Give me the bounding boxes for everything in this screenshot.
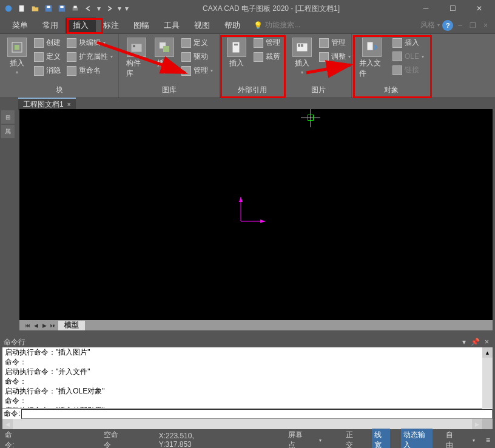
open-icon[interactable]: [29, 2, 41, 15]
close-button[interactable]: ✕: [466, 0, 493, 17]
panel-library: 构件库 插入 ▾ 定义 驱动 管理▾ 图库: [119, 34, 220, 98]
status-menu-icon[interactable]: ≡: [486, 436, 490, 444]
component-lib-button[interactable]: 构件库: [123, 36, 150, 80]
work-area: ⊞ 属: [0, 109, 495, 320]
obj-ole-button[interactable]: OLE▾: [390, 50, 426, 62]
menu-annotate[interactable]: 标注: [96, 18, 126, 33]
block-attr-button[interactable]: 扩充属性▾: [64, 50, 115, 63]
xref-clip-button[interactable]: 裁剪: [251, 50, 283, 63]
command-window-header: 命令行 ▾ 📌 ×: [0, 336, 495, 347]
tab-prev-icon[interactable]: ◀: [32, 321, 40, 330]
lib-manage-button[interactable]: 管理▾: [179, 64, 215, 77]
print-icon[interactable]: [69, 2, 81, 15]
model-tab[interactable]: 模型: [58, 321, 85, 330]
document-tab[interactable]: 工程图文档1 ×: [18, 98, 76, 110]
minimize-button[interactable]: ─: [412, 0, 439, 17]
panel-label: 外部引用: [220, 84, 285, 98]
xref-insert-button[interactable]: 插入: [223, 36, 250, 70]
scroll-left-icon[interactable]: ◀: [2, 419, 13, 429]
app-title: CAXA CAD 电子图板 2020 - [工程图文档1]: [130, 4, 412, 14]
svg-rect-10: [131, 44, 142, 52]
block-define-button[interactable]: 定义: [32, 50, 63, 63]
menu-tools[interactable]: 工具: [157, 18, 187, 33]
saveas-icon[interactable]: [56, 2, 68, 15]
block-create-button[interactable]: 创建: [32, 36, 63, 49]
command-input[interactable]: [21, 409, 493, 419]
menu-help[interactable]: 帮助: [217, 18, 247, 33]
tool-1[interactable]: ⊞: [1, 110, 15, 124]
block-edit-button[interactable]: 块编辑▾: [64, 36, 115, 49]
lib-manage-icon: [181, 66, 191, 76]
define-icon: [34, 52, 44, 62]
drawing-canvas[interactable]: [19, 109, 493, 320]
bulb-icon: 💡: [254, 21, 263, 30]
scroll-right-icon[interactable]: ▶: [472, 419, 482, 429]
toggle-dynamic-input[interactable]: 动态输入: [401, 429, 433, 448]
doc-restore-icon[interactable]: ❐: [467, 21, 479, 30]
menu-main[interactable]: 菜单: [5, 18, 35, 33]
doc-tab-close-icon[interactable]: ×: [67, 101, 71, 108]
menu-common[interactable]: 常用: [35, 18, 66, 33]
app-icon[interactable]: [2, 2, 15, 15]
lib-drive-button[interactable]: 驱动: [179, 50, 215, 63]
obj-insert-button[interactable]: 插入: [390, 36, 426, 49]
cmdwin-close-icon[interactable]: ×: [482, 338, 491, 346]
cmd-horizontal-scrollbar[interactable]: ◀ ▶: [2, 419, 493, 429]
tab-last-icon[interactable]: ⏭: [49, 321, 57, 330]
xref-manage-button[interactable]: 管理: [251, 36, 283, 49]
svg-rect-9: [15, 45, 19, 50]
scroll-up-icon[interactable]: ▲: [482, 347, 493, 358]
undo-icon[interactable]: [82, 2, 95, 15]
block-insert-button[interactable]: 插入 ▾: [4, 36, 30, 76]
style-label[interactable]: 风格: [420, 20, 435, 30]
lib-insert-button[interactable]: 插入 ▾: [151, 36, 178, 76]
undo-dd-icon[interactable]: ▾: [96, 2, 102, 15]
image-adjust-button[interactable]: 调整▾: [317, 50, 353, 63]
horizontal-scrollbar[interactable]: [87, 320, 493, 330]
cmd-line: 命令：: [5, 357, 490, 367]
obj-link-button[interactable]: 链接: [390, 64, 426, 76]
block-hide-button[interactable]: 消隐: [32, 64, 63, 77]
block-rename-button[interactable]: 重命名: [64, 64, 115, 77]
save-icon[interactable]: [42, 2, 55, 15]
menubar: 菜单 常用 插入 标注 图幅 工具 视图 帮助 💡 功能搜索... 风格 ▾ ?…: [0, 17, 495, 34]
merge-file-icon: [362, 38, 382, 57]
cmdwin-dropdown-icon[interactable]: 📌: [468, 338, 482, 346]
qat-customize-icon[interactable]: ▾: [124, 2, 130, 15]
menu-sheet[interactable]: 图幅: [126, 18, 157, 33]
doc-close-icon[interactable]: ×: [481, 21, 490, 30]
redo-dd-icon[interactable]: ▾: [116, 2, 123, 15]
svg-rect-13: [163, 46, 169, 52]
left-toolbar: ⊞ 属: [0, 109, 17, 320]
command-window: 启动执行命令："插入图片" 命令： 启动执行命令："并入文件" 命令： 启动执行…: [2, 347, 493, 419]
tool-2[interactable]: 属: [1, 125, 15, 138]
image-manage-button[interactable]: 管理: [317, 36, 353, 49]
status-bar: 命令: 空命令 X:223.510, Y:317.853 屏幕点 ▾ 正交 线宽…: [0, 432, 495, 448]
toggle-ortho[interactable]: 正交: [343, 429, 362, 448]
menu-view[interactable]: 视图: [187, 18, 217, 33]
panel-label: 图库: [119, 84, 219, 98]
function-search[interactable]: 💡 功能搜索...: [254, 20, 300, 30]
tab-first-icon[interactable]: ⏮: [23, 321, 32, 330]
toggle-free[interactable]: 自由: [443, 429, 462, 448]
hide-icon: [34, 66, 44, 76]
tab-next-icon[interactable]: ▶: [40, 321, 49, 330]
help-icon[interactable]: ?: [442, 20, 453, 31]
lib-define-button[interactable]: 定义: [179, 36, 215, 49]
image-insert-button[interactable]: 插入 ▾: [289, 36, 315, 76]
toggle-lineweight[interactable]: 线宽: [372, 429, 390, 448]
svg-rect-18: [301, 44, 303, 47]
doc-minimize-icon[interactable]: –: [456, 21, 465, 30]
new-icon[interactable]: [16, 2, 28, 15]
maximize-button[interactable]: ☐: [439, 0, 466, 17]
menu-insert[interactable]: 插入: [66, 18, 96, 33]
window-controls: ─ ☐ ✕: [412, 0, 493, 17]
redo-icon[interactable]: [103, 2, 115, 15]
merge-file-button[interactable]: 并入文件: [355, 36, 389, 80]
cmd-vertical-scrollbar[interactable]: ▲: [482, 347, 493, 409]
document-tabs: 工程图文档1 ×: [0, 98, 495, 109]
status-screen-point[interactable]: 屏幕点: [288, 430, 308, 448]
chevron-down-icon: ▾: [163, 70, 166, 75]
cmdwin-pin-icon[interactable]: ▾: [460, 338, 468, 346]
svg-rect-5: [60, 6, 63, 8]
